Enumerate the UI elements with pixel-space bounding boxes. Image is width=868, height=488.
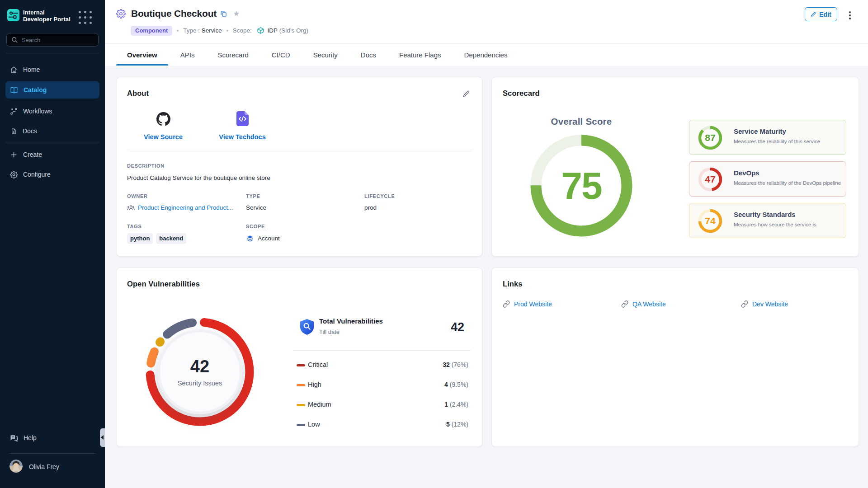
svg-text:?: ? bbox=[12, 435, 14, 439]
